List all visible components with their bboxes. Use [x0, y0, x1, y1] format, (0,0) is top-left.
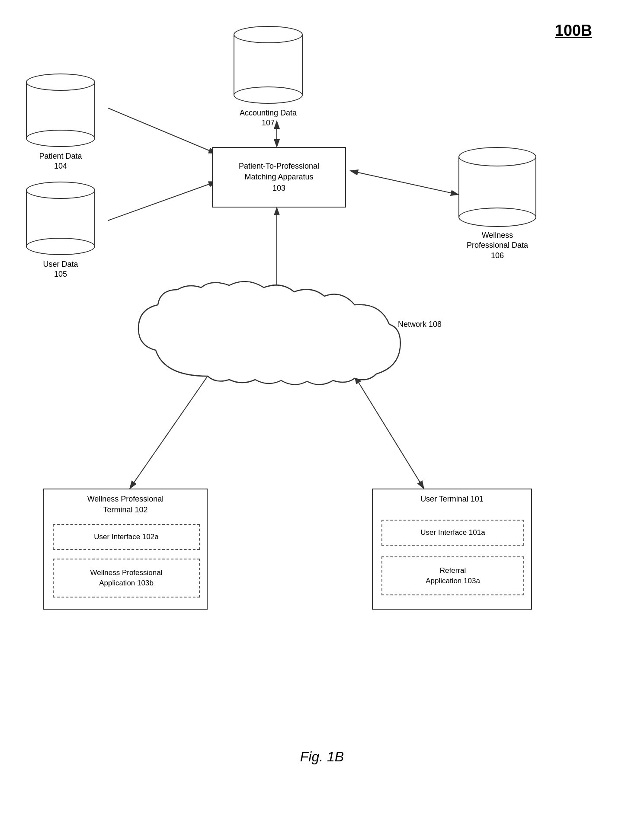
diagram-title: 100B — [555, 22, 592, 40]
accounting-data-label: Accounting Data 107 — [240, 108, 297, 128]
patient-data-cylinder: Patient Data 104 — [26, 73, 95, 172]
wellness-app-label: Wellness Professional Application 103b — [90, 568, 163, 588]
network-cloud — [121, 281, 415, 402]
fig-label: Fig. 1B — [300, 749, 344, 765]
accounting-data-cylinder: Accounting Data 107 — [234, 26, 303, 128]
svg-line-5 — [350, 171, 458, 195]
wellness-professional-data-cylinder: Wellness Professional Data 106 — [458, 147, 536, 261]
matching-apparatus-label: Patient-To-Professional Matching Apparat… — [239, 161, 319, 194]
wellness-app-box: Wellness Professional Application 103b — [53, 559, 200, 598]
svg-line-4 — [108, 182, 216, 220]
wellness-professional-data-label: Wellness Professional Data 106 — [467, 230, 528, 261]
svg-line-3 — [108, 108, 216, 153]
user-terminal-label: User Terminal 101 — [373, 489, 531, 509]
user-terminal-ui-box: User Interface 101a — [381, 520, 524, 546]
referral-app-box: Referral Application 103a — [381, 556, 524, 595]
arrows-svg — [0, 0, 644, 834]
wellness-terminal-label: Wellness Professional Terminal 102 — [44, 489, 207, 520]
network-label: Network 108 — [398, 320, 442, 329]
diagram-container: 100B Accounting Data 107 Patient Data 10… — [0, 0, 644, 834]
user-data-label: User Data 105 — [43, 259, 78, 280]
matching-apparatus-box: Patient-To-Professional Matching Apparat… — [212, 147, 346, 208]
wellness-ui-label: User Interface 102a — [94, 533, 158, 541]
user-terminal-box: User Terminal 101 User Interface 101a Re… — [372, 489, 532, 610]
user-data-cylinder: User Data 105 — [26, 182, 95, 280]
patient-data-label: Patient Data 104 — [39, 151, 82, 172]
wellness-ui-box: User Interface 102a — [53, 524, 200, 550]
wellness-terminal-box: Wellness Professional Terminal 102 User … — [43, 489, 208, 610]
referral-app-label: Referral Application 103a — [426, 566, 480, 586]
user-terminal-ui-label: User Interface 101a — [420, 528, 485, 537]
